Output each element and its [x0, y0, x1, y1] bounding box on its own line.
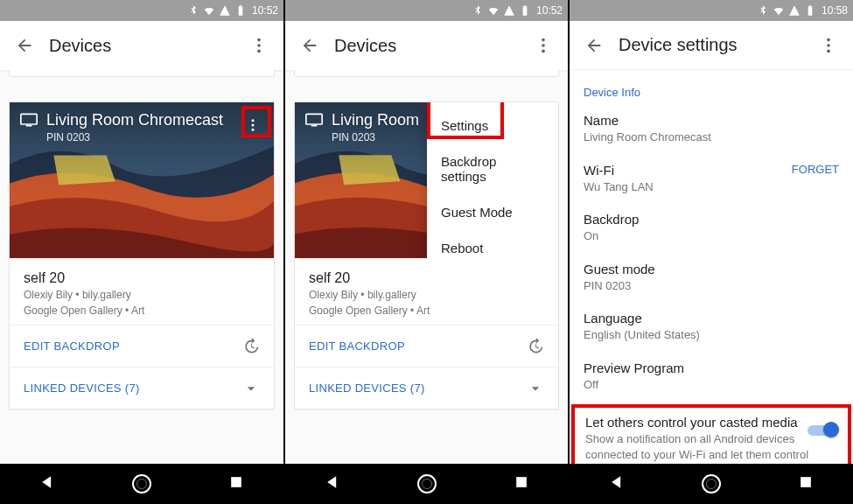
svg-point-6 [252, 119, 255, 122]
svg-point-17 [827, 38, 830, 41]
let-others-toggle[interactable] [808, 422, 837, 438]
svg-point-7 [252, 124, 255, 127]
row-guest-mode[interactable]: Guest mode PIN 0203 [584, 253, 839, 303]
preview-program-value: Off [584, 377, 839, 393]
preview-program-label: Preview Program [584, 360, 839, 375]
menu-item-settings[interactable]: Settings [427, 108, 558, 144]
clock: 10:52 [252, 4, 278, 17]
row-backdrop[interactable]: Backdrop On [584, 203, 839, 253]
app-bar: Devices [285, 21, 568, 70]
let-others-title: Let others control your casted media [585, 415, 837, 430]
language-value: English (United States) [584, 327, 839, 343]
menu-item-guest-mode[interactable]: Guest Mode [427, 194, 558, 230]
edit-backdrop-row[interactable]: EDIT BACKDROP [295, 325, 558, 367]
bluetooth-icon [187, 4, 199, 17]
svg-rect-20 [801, 477, 811, 487]
device-hero[interactable]: Living Room PIN 0203 Settings Backdrop s… [295, 102, 558, 258]
backdrop-label: Backdrop [584, 212, 839, 227]
app-bar: Devices [0, 21, 283, 70]
nav-home[interactable] [132, 474, 151, 494]
name-value: Living Room Chromecast [584, 130, 839, 145]
row-language[interactable]: Language English (United States) [584, 302, 839, 352]
device-card: Living Room Chromecast PIN 0203 self 20 … [9, 102, 275, 410]
wifi-icon [203, 4, 215, 17]
chevron-down-icon [242, 380, 260, 397]
svg-rect-14 [306, 114, 322, 124]
nav-back[interactable] [38, 473, 56, 494]
svg-point-12 [542, 50, 545, 53]
let-others-body: Show a notification on all Android devic… [585, 431, 837, 464]
clock: 10:52 [536, 4, 563, 17]
overflow-button[interactable] [526, 28, 561, 63]
edit-backdrop-label: EDIT BACKDROP [24, 340, 120, 353]
signal-icon [503, 4, 515, 17]
linked-devices-row[interactable]: LINKED DEVICES (7) [295, 367, 558, 409]
art-title: self 20 [309, 270, 544, 286]
svg-point-19 [827, 49, 830, 52]
nav-bar [285, 464, 568, 504]
svg-point-0 [257, 38, 261, 42]
device-overflow-menu: Settings Backdrop settings Guest Mode Re… [427, 102, 558, 258]
row-name[interactable]: Name Living Room Chromecast [584, 104, 839, 154]
nav-bar [0, 464, 283, 504]
page-title: Devices [334, 36, 526, 56]
nav-back[interactable] [608, 473, 626, 494]
history-icon [242, 338, 260, 355]
back-button[interactable] [292, 28, 327, 63]
back-button[interactable] [7, 28, 42, 63]
battery-icon [519, 4, 531, 17]
app-bar: Device settings [570, 21, 853, 70]
status-bar: 10:52 [285, 0, 568, 21]
svg-rect-4 [21, 114, 37, 124]
wifi-forget-button[interactable]: FORGET [792, 163, 839, 176]
menu-item-backdrop-settings[interactable]: Backdrop settings [427, 144, 558, 194]
name-label: Name [584, 113, 839, 128]
history-icon [527, 338, 544, 355]
art-byline-1: Olexiy Bily • bily.gallery [309, 288, 544, 302]
overflow-button[interactable] [811, 28, 846, 63]
nav-home[interactable] [417, 474, 437, 494]
chevron-down-icon [527, 380, 544, 397]
section-device-info: Device Info [584, 86, 839, 99]
guest-mode-value: PIN 0203 [584, 278, 839, 294]
highlight-let-others: Let others control your casted media Sho… [571, 404, 851, 464]
linked-devices-label: LINKED DEVICES (7) [309, 382, 425, 395]
wifi-value: Wu Tang LAN [584, 179, 839, 195]
nav-recent[interactable] [797, 473, 815, 494]
svg-point-10 [542, 38, 545, 42]
nav-bar [570, 464, 853, 504]
row-wifi[interactable]: Wi-Fi Wu Tang LAN FORGET [584, 154, 839, 204]
overflow-button[interactable] [241, 28, 276, 63]
language-label: Language [584, 311, 839, 326]
device-hero[interactable]: Living Room Chromecast PIN 0203 [10, 102, 274, 258]
device-overflow-button[interactable] [239, 111, 267, 139]
cast-icon [305, 113, 323, 127]
device-card: Living Room PIN 0203 Settings Backdrop s… [294, 102, 559, 410]
nav-home[interactable] [702, 474, 721, 494]
row-let-others-control[interactable]: Let others control your casted media Sho… [585, 413, 837, 464]
signal-icon [219, 4, 231, 17]
edit-backdrop-row[interactable]: EDIT BACKDROP [10, 325, 274, 367]
nav-recent[interactable] [227, 473, 245, 494]
card-stub [294, 70, 559, 77]
back-button[interactable] [577, 28, 612, 63]
linked-devices-row[interactable]: LINKED DEVICES (7) [10, 367, 274, 409]
bluetooth-icon [757, 4, 769, 17]
svg-rect-15 [311, 125, 318, 127]
nav-back[interactable] [324, 473, 341, 494]
guest-mode-label: Guest mode [584, 262, 839, 276]
svg-point-1 [257, 44, 261, 47]
page-title: Devices [49, 36, 241, 56]
linked-devices-label: LINKED DEVICES (7) [24, 382, 140, 395]
device-pin: PIN 0203 [46, 131, 239, 144]
art-byline-2: Google Open Gallery • Art [309, 304, 544, 318]
art-title: self 20 [24, 270, 260, 286]
page-title: Device settings [619, 35, 811, 55]
nav-recent[interactable] [513, 473, 530, 494]
svg-rect-16 [516, 477, 527, 487]
backdrop-value: On [584, 228, 839, 244]
menu-item-reboot[interactable]: Reboot [427, 230, 558, 258]
signal-icon [788, 4, 801, 17]
row-preview-program[interactable]: Preview Program Off [584, 352, 839, 402]
svg-rect-5 [26, 125, 32, 127]
